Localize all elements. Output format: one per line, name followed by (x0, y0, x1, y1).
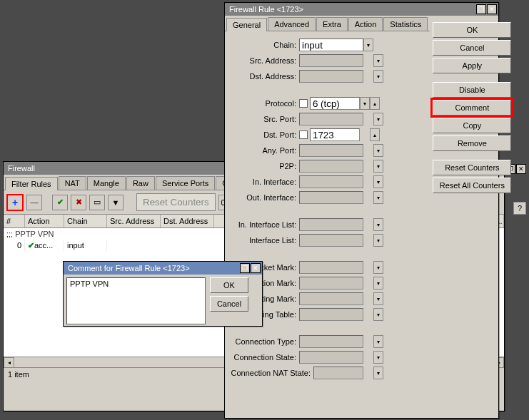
tab-raw[interactable]: Raw (126, 176, 155, 190)
expand-icon[interactable]: ▾ (373, 54, 383, 67)
expand-icon[interactable]: ▾ (373, 144, 383, 157)
expand-icon[interactable]: ▾ (373, 261, 383, 274)
comment-dialog: Comment for Firewall Rule <1723> ❐ ✕ PPT… (63, 261, 263, 327)
close-icon[interactable]: ✕ (487, 4, 497, 14)
cancel-button[interactable]: Cancel (433, 40, 511, 56)
rule-dialog: Firewall Rule <1723> ❐ ✕ General Advance… (224, 2, 499, 419)
comment-title: Comment for Firewall Rule <1723> (68, 264, 240, 272)
tab-filter-rules[interactable]: Filter Rules (5, 177, 58, 190)
expand-icon[interactable]: ▾ (373, 175, 383, 188)
expand-icon[interactable]: ▾ (373, 234, 383, 247)
expand-icon[interactable]: ▴ (370, 97, 380, 110)
expand-icon[interactable]: ▾ (373, 70, 383, 83)
p2p-input[interactable] (299, 160, 363, 173)
comment-titlebar[interactable]: Comment for Firewall Rule <1723> ❐ ✕ (64, 262, 262, 275)
expand-icon[interactable]: ▾ (373, 160, 383, 173)
tab-general[interactable]: General (226, 18, 267, 31)
tab-advanced[interactable]: Advanced (268, 17, 316, 31)
dst-port-invert-checkbox[interactable] (299, 130, 308, 139)
dst-port-input[interactable] (310, 128, 360, 141)
col-action[interactable]: Action (25, 215, 64, 227)
tab-mangle[interactable]: Mangle (87, 176, 126, 190)
out-iflist-input[interactable] (299, 234, 363, 247)
chain-input[interactable] (299, 39, 363, 51)
restore-icon[interactable]: ❐ (476, 4, 486, 14)
expand-icon[interactable]: ▾ (373, 351, 383, 364)
close-icon[interactable]: ✕ (251, 263, 261, 273)
disable-button[interactable]: Disable (433, 82, 511, 98)
find-button[interactable]: ? (513, 202, 526, 215)
reset-counters-button[interactable]: Reset Counters (433, 160, 511, 175)
copy-button[interactable]: Copy (433, 118, 511, 133)
expand-icon[interactable]: ▾ (373, 292, 383, 305)
expand-icon[interactable]: ▾ (373, 113, 383, 126)
restore-icon[interactable]: ❐ (240, 263, 250, 273)
comment-ok-button[interactable]: OK (210, 277, 248, 293)
conn-state-input[interactable] (299, 351, 363, 364)
rule-side-buttons: OK Cancel Apply Disable Comment Copy Rem… (430, 16, 514, 386)
filter-button[interactable]: ▼ (108, 195, 124, 210)
tab-nat[interactable]: NAT (59, 176, 86, 190)
comment-button[interactable]: ▭ (89, 195, 105, 210)
add-button[interactable]: + (6, 194, 24, 211)
apply-button[interactable]: Apply (433, 58, 511, 73)
close-icon[interactable]: ✕ (516, 164, 526, 174)
in-interface-input[interactable] (299, 175, 363, 188)
enable-button[interactable]: ✔ (52, 195, 68, 210)
reset-counters-button[interactable]: Reset Counters (136, 193, 216, 211)
rule-form: Chain:▾ Src. Address:▾ Dst. Address:▾ Pr… (225, 31, 430, 386)
conn-type-input[interactable] (299, 335, 363, 348)
conn-mark-input[interactable] (299, 277, 363, 290)
expand-icon[interactable]: ▾ (373, 335, 383, 348)
expand-icon[interactable]: ▾ (373, 277, 383, 290)
col-chain[interactable]: Chain (64, 215, 107, 227)
routing-table-input[interactable] (299, 308, 363, 321)
dst-address-input[interactable] (299, 70, 363, 83)
src-port-input[interactable] (299, 113, 363, 126)
expand-icon[interactable]: ▴ (370, 128, 380, 141)
protocol-input[interactable] (310, 97, 360, 110)
remove-rule-button[interactable]: Remove (433, 135, 511, 151)
expand-icon[interactable]: ▾ (373, 191, 383, 204)
routing-mark-input[interactable] (299, 292, 363, 305)
expand-icon[interactable]: ▾ (373, 308, 383, 321)
tab-action[interactable]: Action (348, 17, 383, 31)
col-dst-address[interactable]: Dst. Address (161, 215, 214, 227)
remove-button[interactable]: — (26, 195, 42, 210)
protocol-dropdown-icon[interactable]: ▾ (360, 97, 370, 110)
tab-extra[interactable]: Extra (316, 17, 348, 31)
out-interface-input[interactable] (299, 191, 363, 204)
comment-cancel-button[interactable]: Cancel (210, 296, 248, 312)
packet-mark-input[interactable] (299, 261, 363, 274)
tab-service-ports[interactable]: Service Ports (156, 176, 215, 190)
comment-textarea[interactable]: PPTP VPN (66, 277, 206, 324)
col-src-address[interactable]: Src. Address (107, 215, 161, 227)
ok-button[interactable]: OK (433, 22, 511, 38)
reset-all-counters-button[interactable]: Reset All Counters (433, 178, 511, 193)
scroll-left-icon[interactable]: ◂ (4, 357, 14, 368)
disable-button[interactable]: ✖ (71, 195, 86, 210)
in-iflist-input[interactable] (299, 218, 363, 231)
col-num[interactable]: # (4, 215, 25, 227)
src-address-input[interactable] (299, 54, 363, 67)
expand-icon[interactable]: ▾ (373, 367, 383, 379)
rule-tabs: General Advanced Extra Action Statistics (225, 16, 430, 31)
expand-icon[interactable]: ▾ (373, 218, 383, 231)
comment-button[interactable]: Comment (433, 100, 511, 116)
protocol-invert-checkbox[interactable] (299, 99, 308, 108)
tab-statistics[interactable]: Statistics (383, 17, 428, 31)
rule-titlebar[interactable]: Firewall Rule <1723> ❐ ✕ (225, 3, 498, 16)
conn-nat-state-input[interactable] (313, 367, 363, 379)
any-port-input[interactable] (299, 144, 363, 157)
chain-dropdown-icon[interactable]: ▾ (363, 39, 373, 51)
rule-title: Firewall Rule <1723> (229, 5, 476, 14)
